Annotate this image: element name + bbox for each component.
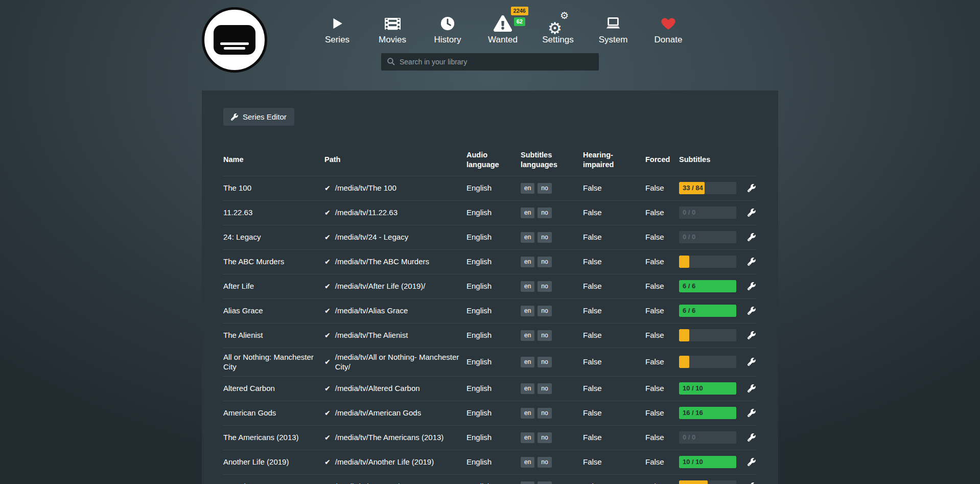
- forced-value: False: [645, 326, 679, 344]
- wanted-badges: 2246 62: [511, 7, 528, 26]
- actions-cell: [741, 378, 757, 399]
- hearing-impaired-value: False: [583, 326, 645, 344]
- series-name[interactable]: 24: Legacy: [223, 228, 324, 246]
- series-path: ✔/media/tv/After Life (2019)/: [324, 277, 466, 295]
- search-input[interactable]: [381, 53, 599, 71]
- subtitles-progress: 10 / 10: [679, 456, 736, 468]
- audio-language: English: [466, 228, 521, 246]
- series-name[interactable]: All or Nothing: Manchester City: [223, 348, 324, 376]
- path-text: /media/tv/All or Nothing- Manchester Cit…: [335, 352, 459, 372]
- subtitles-cell: 0 / 0: [679, 427, 741, 448]
- progress-fill: [679, 256, 689, 268]
- edit-series-button[interactable]: [746, 407, 757, 419]
- series-path: ✔/media/tv/Another Life (2019): [324, 453, 466, 471]
- edit-series-button[interactable]: [746, 431, 757, 444]
- language-badge: en: [521, 208, 534, 219]
- wanted-count-badge: 2246: [511, 7, 528, 15]
- series-name[interactable]: American Gods: [223, 404, 324, 422]
- nav-label-donate: Donate: [655, 35, 683, 45]
- nav-item-movies[interactable]: Movies: [365, 13, 420, 45]
- series-name[interactable]: Another Life (2019): [223, 453, 324, 471]
- series-name[interactable]: 11.22.63: [223, 203, 324, 222]
- series-name[interactable]: The Alienist: [223, 326, 324, 344]
- progress-fill: [679, 356, 689, 368]
- subtitles-progress: 13 / 26: [679, 480, 736, 484]
- subtitles-cell: [679, 352, 741, 372]
- edit-series-button[interactable]: [746, 480, 757, 484]
- column-header-forced: Forced: [645, 151, 679, 171]
- edit-series-button[interactable]: [746, 256, 757, 268]
- search-bar: [381, 53, 599, 71]
- edit-series-button[interactable]: [746, 280, 757, 292]
- actions-cell: [741, 476, 757, 484]
- series-path: ✔/media/tv/The 100: [324, 179, 466, 197]
- nav-label-wanted: Wanted: [488, 35, 518, 45]
- language-badge: en: [521, 357, 534, 368]
- hearing-impaired-value: False: [583, 228, 645, 246]
- subtitles-progress: 0 / 0: [679, 431, 736, 444]
- nav-item-series[interactable]: Series: [310, 13, 365, 45]
- nav-item-wanted[interactable]: 2246 62 Wanted: [475, 13, 530, 45]
- wrench-icon: [231, 113, 238, 121]
- subtitles-languages: enno: [521, 301, 583, 321]
- nav-item-settings[interactable]: ⚙ ⚙ Settings: [530, 13, 586, 45]
- table-row: 24: Legacy✔/media/tv/24 - LegacyEnglishe…: [223, 225, 757, 249]
- series-name[interactable]: After Life: [223, 277, 324, 295]
- series-path: ✔/media/tv/A.P. BIO/: [324, 477, 466, 484]
- subtitles-cell: 6 / 6: [679, 301, 741, 321]
- audio-language: English: [466, 477, 521, 484]
- check-icon: ✔: [324, 208, 331, 217]
- table-row: 11.22.63✔/media/tv/11.22.63EnglishennoFa…: [223, 200, 757, 225]
- bazarr-logo[interactable]: [202, 7, 267, 73]
- actions-cell: [741, 352, 757, 373]
- edit-series-button[interactable]: [746, 356, 757, 368]
- nav-item-system[interactable]: System: [586, 13, 641, 45]
- nav-label-history: History: [434, 35, 461, 45]
- nav-label-movies: Movies: [379, 35, 406, 45]
- series-name[interactable]: Alias Grace: [223, 302, 324, 320]
- subtitles-cell: 13 / 26: [679, 476, 741, 484]
- check-icon: ✔: [324, 282, 331, 291]
- hearing-impaired-value: False: [583, 252, 645, 271]
- hearing-impaired-value: False: [583, 203, 645, 222]
- series-name[interactable]: The ABC Murders: [223, 252, 324, 271]
- subtitles-cell: 10 / 10: [679, 378, 741, 399]
- series-name[interactable]: The Americans (2013): [223, 428, 324, 447]
- edit-series-button[interactable]: [746, 206, 757, 219]
- series-editor-button[interactable]: Series Editor: [223, 108, 294, 126]
- progress-label: 10 / 10: [683, 458, 703, 467]
- actions-cell: [741, 227, 757, 248]
- language-badge: no: [538, 432, 551, 444]
- edit-series-button[interactable]: [746, 382, 757, 395]
- table-row: The Americans (2013)✔/media/tv/The Ameri…: [223, 425, 757, 450]
- actions-cell: [741, 325, 757, 346]
- series-path: ✔/media/tv/American Gods: [324, 404, 466, 422]
- check-icon: ✔: [324, 482, 331, 484]
- language-badge: en: [521, 306, 534, 317]
- film-icon: [384, 13, 401, 34]
- hearing-impaired-value: False: [583, 379, 645, 398]
- series-name[interactable]: A.P. Bio: [223, 477, 324, 484]
- nav-item-donate[interactable]: Donate: [641, 13, 696, 45]
- edit-series-button[interactable]: [746, 456, 757, 468]
- path-text: /media/tv/The Americans (2013): [335, 432, 444, 443]
- progress-label: 0 / 0: [683, 209, 695, 217]
- nav-label-series: Series: [325, 35, 349, 45]
- series-name[interactable]: Altered Carbon: [223, 379, 324, 398]
- table-row: Alias Grace✔/media/tv/Alias GraceEnglish…: [223, 298, 757, 323]
- series-name[interactable]: The 100: [223, 179, 324, 197]
- progress-label: 0 / 0: [683, 433, 695, 442]
- progress-label: 16 / 16: [683, 409, 703, 418]
- forced-value: False: [645, 228, 679, 246]
- nav-item-history[interactable]: History: [420, 13, 475, 45]
- audio-language: English: [466, 404, 521, 422]
- path-text: /media/tv/Another Life (2019): [335, 457, 434, 467]
- subtitles-languages: enno: [521, 352, 583, 372]
- edit-series-button[interactable]: [746, 305, 757, 317]
- edit-series-button[interactable]: [746, 329, 757, 341]
- series-editor-label: Series Editor: [243, 112, 287, 121]
- hearing-impaired-value: False: [583, 353, 645, 371]
- actions-cell: [741, 276, 757, 297]
- edit-series-button[interactable]: [746, 182, 757, 194]
- edit-series-button[interactable]: [746, 231, 757, 243]
